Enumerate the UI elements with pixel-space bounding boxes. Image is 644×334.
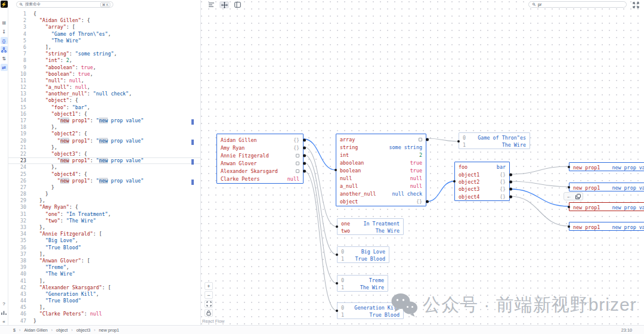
code-line[interactable]: 29 },	[8, 197, 200, 204]
node-row[interactable]: Annie Fitzgerald	[221, 151, 299, 159]
edge[interactable]	[510, 196, 569, 226]
stats-icon[interactable]	[1, 309, 8, 316]
code-line[interactable]: 8 "int": 2,	[8, 57, 200, 64]
align-lines-icon[interactable]	[206, 1, 216, 8]
edge-handle[interactable]	[303, 146, 306, 149]
breadcrumb-item[interactable]: object	[56, 327, 67, 333]
code-line[interactable]: 1{	[8, 11, 200, 17]
edge-handle[interactable]	[509, 195, 512, 198]
zoom-out-button[interactable]: −	[205, 291, 213, 299]
edge-handle[interactable]	[426, 200, 429, 203]
edge-handle[interactable]	[336, 225, 338, 228]
code-line[interactable]: 14 "object": {	[8, 97, 200, 104]
node-row[interactable]: nullnull	[340, 174, 422, 182]
edge-handle[interactable]	[509, 188, 512, 191]
node-row[interactable]: a_nullnull	[340, 182, 422, 190]
code-line[interactable]: 45 ],	[8, 304, 200, 311]
node-row[interactable]: abooleantrue	[340, 159, 422, 167]
edge[interactable]	[426, 181, 454, 202]
node-row[interactable]: Clarke Petersnull	[221, 175, 299, 183]
node-row[interactable]: 1The Wire	[341, 284, 384, 291]
edge-handle[interactable]	[453, 180, 456, 183]
code-line[interactable]: 16 "object1": {	[8, 111, 200, 117]
code-line[interactable]: 6 ],	[8, 44, 200, 51]
node-row[interactable]: object1{}	[459, 171, 506, 178]
code-line[interactable]: 36 "True Blood"	[8, 245, 200, 251]
node-row[interactable]: object2{}	[459, 178, 506, 185]
node-row[interactable]: 1True Blood	[341, 311, 400, 318]
code-line[interactable]: 34 "Annie Fitzgerald": [	[8, 231, 200, 237]
node-row[interactable]: new prop1new prop value	[573, 205, 644, 210]
code-line[interactable]: 38 "Anwan Glover": [	[8, 258, 200, 264]
edge[interactable]	[304, 147, 337, 227]
node-row[interactable]: new prop1new prop value	[573, 185, 644, 190]
node-row[interactable]: object4{}	[459, 193, 506, 200]
node-aidan-gillen[interactable]: arraystringsome stringint2abooleantruebo…	[336, 134, 426, 206]
code-line[interactable]: 19 "object2": {	[8, 131, 200, 137]
react-flow-canvas[interactable]: 🔍︎ pr Aidan Gillen{}Amy Ryan{}Annie Fitz…	[200, 0, 644, 325]
node-amy-ryan[interactable]: oneIn TreatmenttwoThe Wire	[337, 218, 404, 235]
edge-handle[interactable]	[568, 166, 570, 168]
sort-icon[interactable]: ⇅	[1, 55, 8, 62]
braces-icon[interactable]: {}	[1, 37, 8, 44]
flow-search-input[interactable]: 🔍︎ pr	[528, 1, 627, 8]
help-icon[interactable]: ?	[1, 300, 8, 307]
zoom-in-button[interactable]: +	[205, 282, 213, 290]
edge-handle[interactable]	[336, 253, 338, 256]
code-line[interactable]: 22 "object3": {	[8, 151, 200, 157]
node-row[interactable]: stringsome string	[340, 144, 422, 151]
node-object[interactable]: foobarobject1{}object2{}object3{}object4…	[454, 162, 510, 201]
code-line[interactable]: 31 "one": "In Treatment",	[8, 211, 200, 218]
edge-handle[interactable]	[303, 162, 306, 165]
edge[interactable]	[510, 189, 569, 206]
breadcrumb-item[interactable]: object3	[76, 327, 91, 333]
compare-icon[interactable]: ⇄	[1, 64, 8, 71]
node-anwan-glover[interactable]: 0Treme1The Wire	[337, 275, 388, 292]
edge[interactable]	[426, 138, 459, 141]
code-line[interactable]: 10 "boolean": true,	[8, 71, 200, 78]
edge-handle[interactable]	[568, 206, 570, 208]
code-line[interactable]: 15 "foo": "bar",	[8, 104, 200, 111]
layout-icon[interactable]	[233, 1, 242, 8]
node-row[interactable]: 0Generation Kill	[341, 304, 400, 311]
code-line[interactable]: 24 },	[8, 164, 200, 171]
code-line[interactable]: 33 },	[8, 224, 200, 231]
node-object1-prop[interactable]: new prop1new prop value	[569, 162, 644, 171]
node-row[interactable]: foobar	[459, 163, 506, 171]
breadcrumb-item[interactable]: $	[13, 327, 16, 333]
node-row[interactable]: new prop1new prop value	[573, 224, 644, 230]
code-line[interactable]: 42 "Alexander Skarsgard": [	[8, 284, 200, 291]
lock-icon[interactable]	[205, 309, 213, 317]
code-line[interactable]: 40 "The Wire"	[8, 271, 200, 277]
command-search-input[interactable]: 🔍︎ 搜索命令 ⌘ K	[16, 1, 113, 8]
node-row[interactable]: object3{}	[459, 185, 506, 193]
node-root[interactable]: Aidan Gillen{}Amy Ryan{}Annie Fitzgerald…	[216, 134, 304, 184]
code-line[interactable]: 46 "Clarke Peters": null	[8, 311, 200, 317]
edge[interactable]	[304, 162, 337, 283]
code-line[interactable]: 26 "new prop1": "new prop value"	[8, 178, 200, 184]
edge[interactable]	[304, 171, 337, 311]
node-object3-prop-selected[interactable]: new prop1new prop value	[569, 202, 644, 211]
edge[interactable]	[510, 181, 569, 187]
node-row[interactable]: 0Treme	[341, 277, 384, 284]
edge-handle[interactable]	[335, 169, 337, 171]
node-row[interactable]: Amy Ryan{}	[221, 144, 299, 151]
edge-handle[interactable]	[336, 282, 338, 284]
code-line[interactable]: 4 "Game of Thron\"es",	[8, 31, 200, 38]
edge-handle[interactable]	[568, 186, 570, 188]
code-line[interactable]: 32 "two": "The Wire"	[8, 218, 200, 224]
code-line[interactable]: 3 "array": [	[8, 24, 200, 30]
copy-icon[interactable]	[574, 193, 581, 200]
node-row[interactable]: 0Big Love	[341, 248, 385, 255]
back-button[interactable]: ←	[565, 193, 572, 200]
code-line[interactable]: 35 "Big Love",	[8, 237, 200, 244]
fullscreen-icon[interactable]	[631, 1, 640, 8]
move-icon[interactable]	[219, 1, 229, 8]
code-line[interactable]: 25 "object4": {	[8, 171, 200, 178]
node-row[interactable]: booleantrue	[340, 167, 422, 175]
node-row[interactable]: 1True Blood	[341, 255, 385, 262]
edge-handle[interactable]	[568, 225, 570, 228]
edge-handle[interactable]	[336, 310, 338, 312]
node-row[interactable]: array	[340, 136, 422, 144]
code-line[interactable]: 41 ],	[8, 278, 200, 284]
